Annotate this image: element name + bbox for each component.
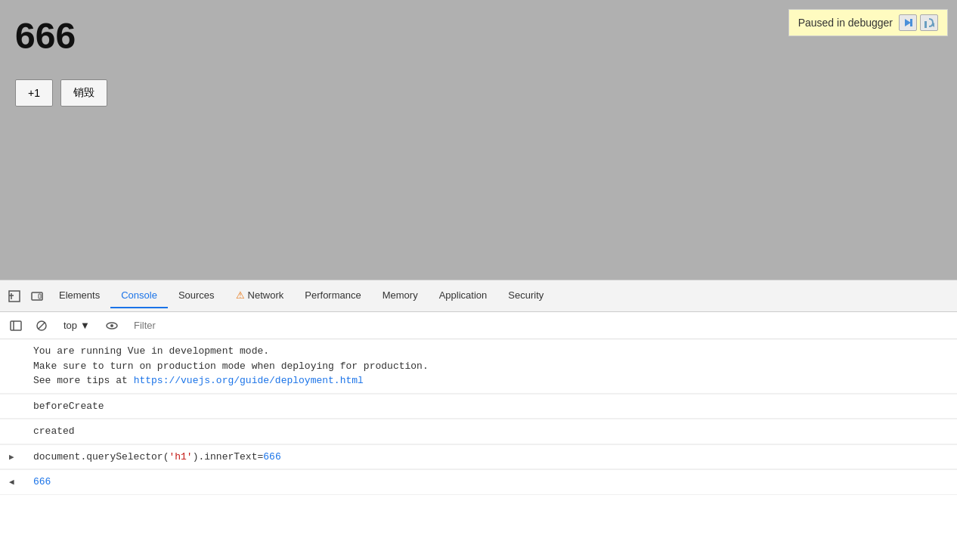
- tab-sources[interactable]: Sources: [168, 283, 225, 308]
- destroy-button[interactable]: 销毁: [60, 79, 107, 107]
- svg-rect-4: [9, 291, 20, 302]
- cursor-icon: [8, 290, 20, 302]
- result-value: 666: [33, 476, 51, 487]
- query-result: 666: [263, 451, 280, 463]
- console-message-created: created: [0, 419, 957, 444]
- tab-application[interactable]: Application: [429, 283, 498, 308]
- tab-network[interactable]: ⚠ Network: [225, 283, 295, 308]
- svg-point-14: [110, 324, 113, 327]
- inspect-element-button[interactable]: [3, 285, 26, 308]
- created-text: created: [33, 425, 75, 437]
- vue-message-text: You are running Vue in development mode.…: [33, 344, 948, 388]
- page-buttons: +1 销毁: [15, 79, 942, 107]
- clear-console-button[interactable]: [32, 316, 51, 336]
- increment-button[interactable]: +1: [15, 79, 53, 107]
- expand-icon[interactable]: ▶: [9, 451, 14, 464]
- watch-expressions-button[interactable]: [102, 316, 122, 336]
- network-warning-icon: ⚠: [236, 289, 245, 301]
- tab-memory[interactable]: Memory: [372, 283, 429, 308]
- step-over-button[interactable]: [920, 14, 938, 31]
- page-content: 666 +1 销毁 Paused in debugger: [0, 0, 957, 280]
- device-icon: [31, 290, 43, 302]
- device-toolbar-button[interactable]: [26, 285, 48, 308]
- console-toolbar: top ▼: [0, 312, 957, 339]
- tab-security[interactable]: Security: [497, 283, 554, 308]
- svg-rect-3: [924, 21, 927, 28]
- debugger-controls: [899, 14, 938, 31]
- beforecreate-text: beforeCreate: [33, 401, 104, 412]
- devtools-tabs: Elements Console Sources ⚠ Network Perfo…: [0, 280, 957, 312]
- result-arrow-icon: ◀: [9, 476, 14, 489]
- console-output: You are running Vue in development mode.…: [0, 339, 957, 560]
- query-string: 'h1': [169, 451, 192, 463]
- svg-marker-0: [905, 19, 911, 26]
- devtools-panel: Elements Console Sources ⚠ Network Perfo…: [0, 280, 957, 560]
- dropdown-arrow-icon: ▼: [80, 320, 90, 331]
- tab-performance[interactable]: Performance: [294, 283, 371, 308]
- tab-console[interactable]: Console: [110, 283, 168, 308]
- sidebar-toggle-button[interactable]: [6, 316, 26, 336]
- debugger-banner: Paused in debugger: [788, 9, 948, 36]
- console-message-vue: You are running Vue in development mode.…: [0, 339, 957, 394]
- svg-rect-8: [39, 294, 41, 299]
- console-message-result: ◀ 666: [0, 469, 957, 495]
- debugger-label: Paused in debugger: [798, 17, 893, 29]
- filter-input[interactable]: [128, 317, 951, 334]
- resume-button[interactable]: [899, 14, 917, 31]
- console-message-beforecreate: beforeCreate: [0, 394, 957, 419]
- sidebar-icon: [10, 320, 22, 332]
- svg-rect-9: [11, 321, 21, 330]
- console-message-query: ▶ document.querySelector('h1').innerText…: [0, 444, 957, 470]
- resume-icon: [903, 17, 913, 28]
- context-dropdown[interactable]: top ▼: [57, 318, 96, 333]
- tab-elements[interactable]: Elements: [48, 283, 110, 308]
- query-code: document.querySelector('h1').innerText=6…: [33, 451, 281, 463]
- ban-icon: [36, 320, 48, 332]
- step-over-icon: [923, 17, 935, 28]
- svg-line-12: [39, 322, 45, 329]
- vue-link[interactable]: https://vuejs.org/guide/deployment.html: [134, 375, 364, 386]
- eye-icon: [106, 320, 118, 332]
- svg-rect-1: [910, 19, 912, 26]
